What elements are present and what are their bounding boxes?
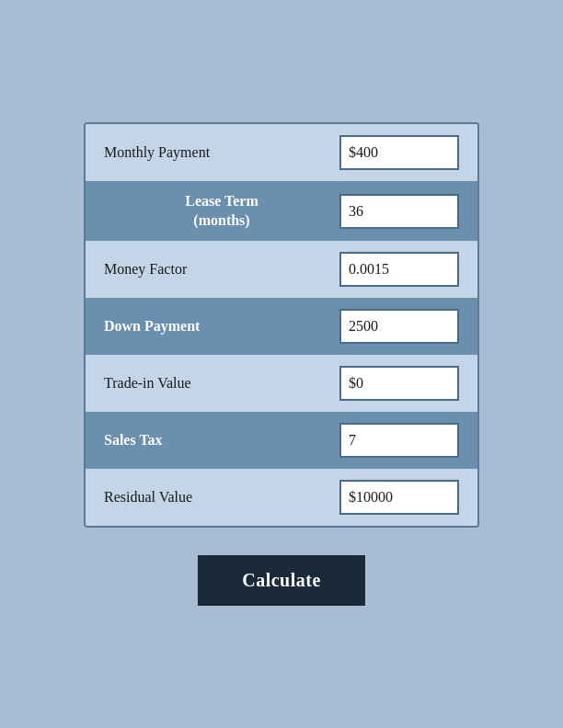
sales-tax-label: Sales Tax <box>104 432 339 449</box>
monthly-payment-row: Monthly Payment <box>86 124 477 181</box>
trade-in-value-row: Trade-in Value <box>86 355 477 412</box>
lease-term-input[interactable] <box>339 194 459 229</box>
calculator-container: Monthly Payment Lease Term(months) Money… <box>0 0 563 728</box>
down-payment-row: Down Payment <box>86 298 477 355</box>
money-factor-row: Money Factor <box>86 241 477 298</box>
lease-term-row: Lease Term(months) <box>86 181 477 242</box>
monthly-payment-label: Monthly Payment <box>104 144 339 161</box>
sales-tax-row: Sales Tax <box>86 412 477 469</box>
trade-in-value-input[interactable] <box>339 366 459 401</box>
money-factor-input[interactable] <box>339 252 459 287</box>
residual-value-input[interactable] <box>339 480 459 515</box>
residual-value-row: Residual Value <box>86 469 477 526</box>
trade-in-value-label: Trade-in Value <box>104 375 339 392</box>
residual-value-label: Residual Value <box>104 489 339 506</box>
calculator-card: Monthly Payment Lease Term(months) Money… <box>84 122 479 529</box>
down-payment-input[interactable] <box>339 309 459 344</box>
down-payment-label: Down Payment <box>104 318 339 335</box>
calculate-button[interactable]: Calculate <box>198 555 365 606</box>
money-factor-label: Money Factor <box>104 261 339 278</box>
sales-tax-input[interactable] <box>339 423 459 458</box>
lease-term-label: Lease Term(months) <box>104 192 339 231</box>
monthly-payment-input[interactable] <box>339 135 459 170</box>
